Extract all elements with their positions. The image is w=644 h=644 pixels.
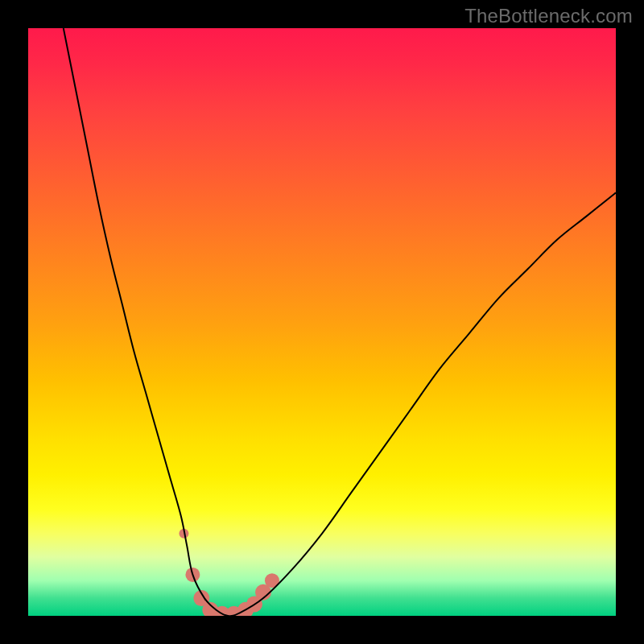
watermark-text: TheBottleneck.com xyxy=(464,5,633,27)
plot-area xyxy=(28,28,616,616)
chart-frame: TheBottleneck.com xyxy=(0,0,644,644)
bottleneck-curve xyxy=(64,28,616,616)
highlight-markers xyxy=(179,529,279,616)
curve-layer xyxy=(28,28,616,616)
